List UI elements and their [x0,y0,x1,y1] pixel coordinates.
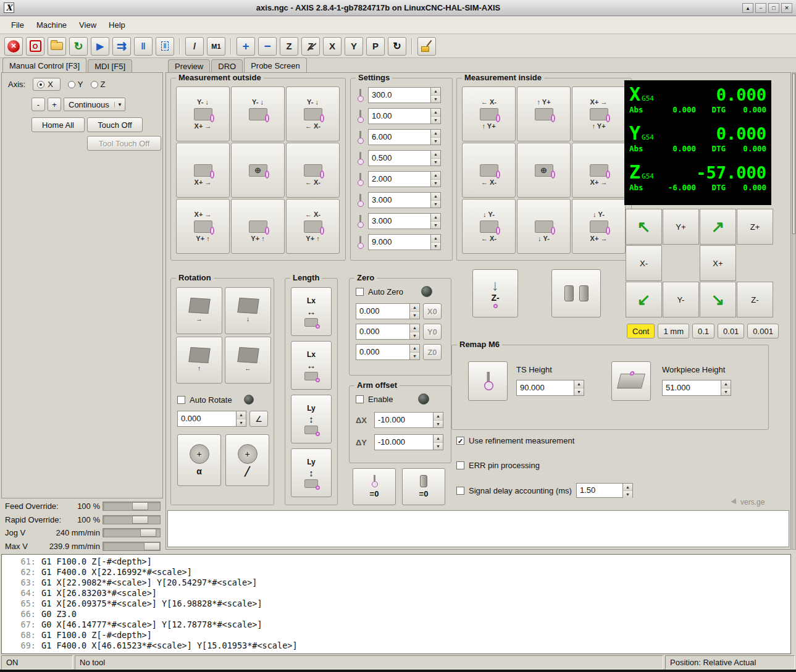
jog-diag-nw-button[interactable]: ↖ [626,209,662,245]
step-button[interactable]: ‖ [156,37,174,56]
zoom-out-button[interactable]: − [258,37,277,56]
jog-x-plus-button[interactable]: X+ [700,245,736,281]
spinner-arrows[interactable]: ▲▼ [430,151,440,166]
ts-height-probe-button[interactable] [468,361,508,401]
spinner-arrows[interactable]: ▲▼ [430,214,440,229]
length-measure-button[interactable]: Lx ↔ [291,287,332,336]
gcode-line[interactable]: 61: G1 F100.0 Z[-#<depth>] [2,556,790,567]
jog-z-plus-button[interactable]: Z+ [737,209,773,245]
increment-0.001-button[interactable]: 0.001 [747,324,779,338]
gcode-line[interactable]: 68: G1 F100.0 Z[-#<depth>] [2,630,790,640]
inside-probe-button[interactable]: X+ → [572,143,626,198]
setting-spinbox[interactable]: 9.000 ▲▼ [368,234,441,250]
view-side-button[interactable]: X [323,37,341,56]
setting-spinbox[interactable]: 0.500 ▲▼ [368,150,441,166]
length-measure-button[interactable]: Ly ↕ [291,395,332,443]
spinner-arrows[interactable]: ▲▼ [430,130,440,145]
view-top-button[interactable]: Z [280,37,298,56]
jog-plus-button[interactable]: + [48,98,61,111]
jog-diag-se-button[interactable]: ↘ [700,282,736,317]
spinner-arrows[interactable]: ▲▼ [409,324,419,339]
gcode-line[interactable]: 64: G1 X[26.83203*#<scale>] [2,588,790,598]
vertical-scrollbar[interactable] [792,72,796,550]
err-pin-checkbox[interactable] [456,461,464,469]
outside-probe-button[interactable]: ← X- [286,143,340,198]
jog-diag-ne-button[interactable]: ↗ [700,209,736,245]
inside-probe-button[interactable]: ⊕ [517,143,571,198]
rotation-probe-button[interactable]: → [176,287,222,334]
tab-preview[interactable]: Preview [168,59,210,72]
slider-handle[interactable] [132,502,148,510]
scrollbar-thumb[interactable] [792,74,795,234]
use-refinement-checkbox[interactable]: ✓ [456,437,464,445]
setting-spinbox[interactable]: 10.00 ▲▼ [368,108,441,124]
probe-z-down-button[interactable]: ↓ Z- [472,269,518,317]
axis-radio-x[interactable]: X [33,78,61,91]
pause-button[interactable]: ‖ [134,37,153,56]
rotate-view-button[interactable]: ↻ [388,37,406,56]
outside-probe-button[interactable]: ⊕ [231,143,285,198]
inside-probe-button[interactable]: ← X- ↑ Y+ [462,86,516,141]
arm-dy-spinbox[interactable]: -10.000 ▲▼ [374,434,443,450]
auto-rotate-checkbox[interactable] [177,396,185,404]
window-close-button[interactable]: ✕ [781,3,792,13]
arm-enable-checkbox[interactable] [356,395,364,403]
spinner-arrows[interactable]: ▲▼ [430,235,440,250]
outside-probe-button[interactable]: Y- ↓ ← X- [286,86,340,141]
spinner-arrows[interactable]: ▲▼ [430,88,440,103]
inside-probe-button[interactable]: ↓ Y- ← X- [462,199,516,254]
tool-set-zero-button[interactable]: =0 [402,468,445,505]
tab-probe-screen[interactable]: Probe Screen [244,57,307,72]
feed-override-slider[interactable] [103,502,161,511]
view-rotated-top-button[interactable]: Z [301,37,320,56]
arm-dx-spinbox[interactable]: -10.000 ▲▼ [374,412,443,428]
home-all-button[interactable]: Home All [31,117,85,132]
setting-spinbox[interactable]: 6.000 ▲▼ [368,129,441,145]
touch-off-button[interactable]: Touch Off [87,117,143,132]
slider-handle[interactable] [144,542,160,550]
estop-button[interactable]: O [26,37,44,56]
menu-view[interactable]: View [73,17,103,33]
spinner-arrows[interactable]: ▲▼ [430,172,440,187]
gcode-line[interactable]: 62: G1 F400.0 X[22.16992*#<scale>] [2,567,790,578]
inside-probe-button[interactable]: ↑ Y+ [517,86,571,141]
inside-probe-button[interactable]: X+ → ↑ Y+ [572,86,626,141]
outside-probe-button[interactable]: X+ → [176,143,230,198]
auto-zero-checkbox[interactable] [356,288,364,296]
workpiece-height-probe-button[interactable] [611,361,651,401]
rotation-probe-button[interactable]: ↑ [176,337,222,384]
length-measure-button[interactable]: Ly ↕ [291,448,332,497]
inside-probe-button[interactable]: ↓ Y- [517,199,571,254]
axis-radio-z[interactable]: Z [91,80,106,89]
setting-spinbox[interactable]: 300.0 ▲▼ [368,87,441,103]
spinner-arrows[interactable]: ▲▼ [430,193,440,208]
reload-button[interactable]: ↻ [69,37,88,56]
rotation-angle-spinbox[interactable]: 0.000 ▲▼ [177,411,246,427]
rotation-probe-button[interactable]: ← [225,337,271,384]
outside-probe-button[interactable]: Y+ ↑ [231,199,285,254]
jog-y-minus-button[interactable]: Y- [663,282,699,317]
spinner-arrows[interactable]: ▲▼ [622,484,632,497]
measure-rotation-line-button[interactable]: + ╱ [225,434,269,486]
axis-radio-y[interactable]: Y [68,80,83,89]
slider-handle[interactable] [140,529,156,537]
zoom-in-button[interactable]: + [237,37,255,56]
spinner-arrows[interactable]: ▲▼ [574,380,584,395]
max-velocity-slider[interactable] [103,542,161,551]
gcode-line[interactable]: 66: G0 Z3.0 [2,609,790,620]
jog-increment-select[interactable]: Continuous ▼ [64,98,125,111]
spinner-arrows[interactable]: ▲▼ [409,304,419,319]
view-perspective-button[interactable]: P [366,37,385,56]
zero-offset-spinbox[interactable]: 0.000 ▲▼ [356,324,420,340]
menu-file[interactable]: File [5,17,30,33]
menu-machine[interactable]: Machine [30,17,73,33]
tab-dro[interactable]: DRO [211,59,243,72]
measure-rotation-alpha-button[interactable]: + α [177,434,221,486]
probe-set-zero-button[interactable]: =0 [353,468,396,505]
run-button[interactable]: ▶ [91,37,109,56]
gcode-line[interactable]: 63: G1 X[22.9082*#<scale>] Y[20.54297*#<… [2,578,790,588]
window-maximize-button[interactable]: □ [768,3,779,13]
spinner-arrows[interactable]: ▲▼ [236,411,246,426]
increment-cont-button[interactable]: Cont [627,324,655,338]
rapid-override-slider[interactable] [103,515,161,524]
